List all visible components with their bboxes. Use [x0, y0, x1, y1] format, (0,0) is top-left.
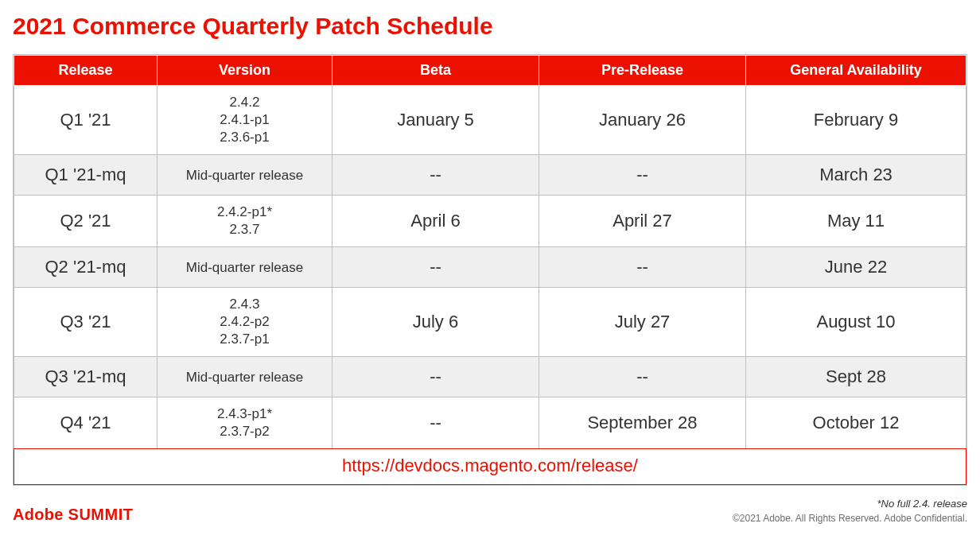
release-link[interactable]: https://devdocs.magento.com/release/	[342, 456, 638, 475]
cell-version: 2.4.22.4.1-p12.3.6-p1	[158, 86, 332, 155]
version-line: Mid-quarter release	[186, 168, 303, 183]
brand-name: Adobe	[13, 506, 64, 523]
schedule-table-wrap: Release Version Beta Pre-Release General…	[13, 54, 967, 486]
cell-version: Mid-quarter release	[158, 247, 332, 288]
cell-release: Q4 '21	[14, 397, 158, 448]
cell-pre: January 26	[539, 86, 746, 155]
cell-release: Q3 '21-mq	[14, 357, 158, 397]
copyright: ©2021 Adobe. All Rights Reserved. Adobe …	[733, 513, 967, 524]
cell-pre: --	[539, 247, 746, 288]
table-row: Q2 '21-mqMid-quarter release----June 22	[14, 247, 966, 288]
col-ga: General Availability	[746, 56, 966, 86]
cell-release: Q1 '21	[14, 86, 158, 155]
version-line: 2.3.7	[162, 221, 327, 238]
cell-version: Mid-quarter release	[158, 155, 332, 196]
cell-ga: May 11	[746, 195, 966, 246]
col-pre: Pre-Release	[539, 56, 746, 86]
table-row: Q3 '21-mqMid-quarter release----Sept 28	[14, 357, 966, 397]
cell-release: Q2 '21	[14, 195, 158, 246]
footnote: *No full 2.4. release	[733, 498, 967, 510]
version-line: 2.4.3-p1*	[162, 405, 327, 423]
version-line: 2.3.7-p1	[162, 331, 327, 348]
release-link-row: https://devdocs.magento.com/release/	[14, 448, 966, 485]
cell-release: Q1 '21-mq	[14, 155, 158, 196]
version-line: 2.4.2-p2	[162, 313, 327, 331]
table-row: Q1 '212.4.22.4.1-p12.3.6-p1January 5Janu…	[14, 86, 966, 155]
page-title: 2021 Commerce Quarterly Patch Schedule	[13, 13, 967, 40]
version-line: Mid-quarter release	[186, 260, 303, 275]
version-line: 2.4.3	[162, 296, 327, 313]
cell-pre: --	[539, 357, 746, 397]
cell-beta: --	[332, 357, 539, 397]
version-line: 2.3.7-p2	[162, 423, 327, 440]
version-line: 2.4.2	[162, 94, 327, 111]
cell-version: Mid-quarter release	[158, 357, 332, 397]
cell-pre: --	[539, 155, 746, 196]
cell-release: Q2 '21-mq	[14, 247, 158, 288]
brand-logo: Adobe SUMMIT	[13, 506, 133, 524]
brand-event: SUMMIT	[68, 506, 134, 523]
table-row: Q4 '212.4.3-p1*2.3.7-p2--September 28Oct…	[14, 397, 966, 448]
col-beta: Beta	[332, 56, 539, 86]
cell-pre: April 27	[539, 195, 746, 246]
cell-beta: January 5	[332, 86, 539, 155]
cell-beta: April 6	[332, 195, 539, 246]
version-line: 2.3.6-p1	[162, 129, 327, 146]
table-row: Q2 '212.4.2-p1*2.3.7April 6April 27May 1…	[14, 195, 966, 246]
cell-pre: September 28	[539, 397, 746, 448]
cell-beta: --	[332, 247, 539, 288]
col-release: Release	[14, 56, 158, 86]
cell-version: 2.4.32.4.2-p22.3.7-p1	[158, 287, 332, 356]
cell-release: Q3 '21	[14, 287, 158, 356]
cell-version: 2.4.3-p1*2.3.7-p2	[158, 397, 332, 448]
cell-ga: October 12	[746, 397, 966, 448]
table-row: Q1 '21-mqMid-quarter release----March 23	[14, 155, 966, 196]
cell-ga: June 22	[746, 247, 966, 288]
version-line: 2.4.1-p1	[162, 111, 327, 129]
cell-ga: Sept 28	[746, 357, 966, 397]
version-line: Mid-quarter release	[186, 370, 303, 385]
cell-beta: July 6	[332, 287, 539, 356]
cell-ga: February 9	[746, 86, 966, 155]
col-version: Version	[158, 56, 332, 86]
cell-ga: March 23	[746, 155, 966, 196]
cell-version: 2.4.2-p1*2.3.7	[158, 195, 332, 246]
table-header-row: Release Version Beta Pre-Release General…	[14, 56, 966, 86]
cell-ga: August 10	[746, 287, 966, 356]
cell-pre: July 27	[539, 287, 746, 356]
table-row: Q3 '212.4.32.4.2-p22.3.7-p1July 6July 27…	[14, 287, 966, 356]
version-line: 2.4.2-p1*	[162, 204, 327, 221]
cell-beta: --	[332, 155, 539, 196]
cell-beta: --	[332, 397, 539, 448]
schedule-table: Release Version Beta Pre-Release General…	[14, 55, 966, 449]
